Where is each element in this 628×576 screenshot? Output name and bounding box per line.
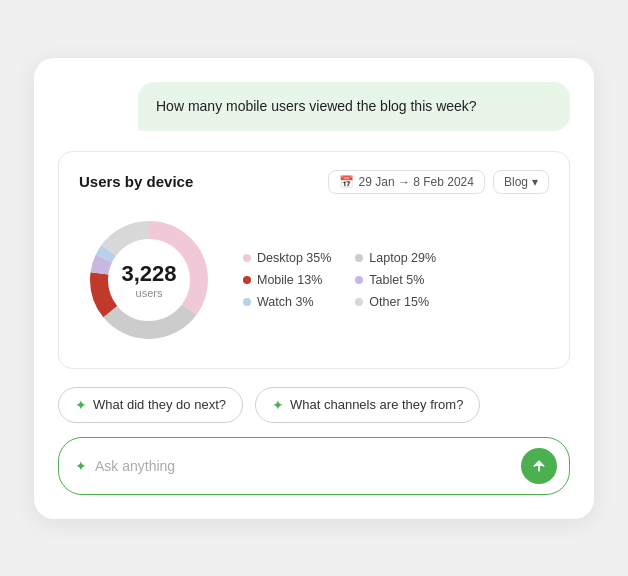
filter-label: Blog — [504, 175, 528, 189]
donut-center: 3,228 users — [121, 261, 176, 299]
ask-input[interactable] — [95, 458, 513, 474]
legend-label-tablet: Tablet 5% — [369, 273, 424, 287]
date-range-badge[interactable]: 📅 29 Jan → 8 Feb 2024 — [328, 170, 485, 194]
legend-label-desktop: Desktop 35% — [257, 251, 331, 265]
suggestion-btn-channels[interactable]: ✦ What channels are they from? — [255, 387, 480, 423]
legend-item-mobile: Mobile 13% — [243, 273, 331, 287]
legend-item-watch: Watch 3% — [243, 295, 331, 309]
calendar-icon: 📅 — [339, 175, 354, 189]
filter-badge[interactable]: Blog ▾ — [493, 170, 549, 194]
legend-dot-watch — [243, 298, 251, 306]
legend-dot-mobile — [243, 276, 251, 284]
legend-dot-desktop — [243, 254, 251, 262]
sparkle-icon-1: ✦ — [75, 397, 87, 413]
legend-item-tablet: Tablet 5% — [355, 273, 443, 287]
sparkle-input-icon: ✦ — [75, 458, 87, 474]
legend-label-other: Other 15% — [369, 295, 429, 309]
chevron-down-icon: ▾ — [532, 175, 538, 189]
widget-body: 3,228 users Desktop 35% Laptop 29% Mobil… — [79, 210, 549, 350]
suggestion-label-2: What channels are they from? — [290, 397, 463, 412]
ask-input-row: ✦ — [58, 437, 570, 495]
legend-dot-laptop — [355, 254, 363, 262]
legend-label-laptop: Laptop 29% — [369, 251, 436, 265]
widget-header: Users by device 📅 29 Jan → 8 Feb 2024 Bl… — [79, 170, 549, 194]
sparkle-icon-2: ✦ — [272, 397, 284, 413]
send-button[interactable] — [521, 448, 557, 484]
legend-label-watch: Watch 3% — [257, 295, 314, 309]
legend-item-other: Other 15% — [355, 295, 443, 309]
legend: Desktop 35% Laptop 29% Mobile 13% Tablet… — [243, 251, 444, 309]
widget-controls: 📅 29 Jan → 8 Feb 2024 Blog ▾ — [328, 170, 549, 194]
main-card: How many mobile users viewed the blog th… — [34, 58, 594, 519]
suggestion-btn-next[interactable]: ✦ What did they do next? — [58, 387, 243, 423]
legend-item-desktop: Desktop 35% — [243, 251, 331, 265]
total-users-number: 3,228 — [121, 261, 176, 287]
send-arrow-icon — [531, 458, 547, 474]
chat-bubble: How many mobile users viewed the blog th… — [138, 82, 570, 131]
legend-dot-tablet — [355, 276, 363, 284]
date-range-text: 29 Jan → 8 Feb 2024 — [359, 175, 474, 189]
widget-title: Users by device — [79, 173, 193, 190]
legend-item-laptop: Laptop 29% — [355, 251, 443, 265]
legend-dot-other — [355, 298, 363, 306]
donut-chart: 3,228 users — [79, 210, 219, 350]
suggestion-label-1: What did they do next? — [93, 397, 226, 412]
suggestion-row: ✦ What did they do next? ✦ What channels… — [58, 387, 570, 423]
chat-bubble-text: How many mobile users viewed the blog th… — [156, 98, 477, 114]
legend-label-mobile: Mobile 13% — [257, 273, 322, 287]
total-users-label: users — [121, 287, 176, 299]
users-by-device-widget: Users by device 📅 29 Jan → 8 Feb 2024 Bl… — [58, 151, 570, 369]
